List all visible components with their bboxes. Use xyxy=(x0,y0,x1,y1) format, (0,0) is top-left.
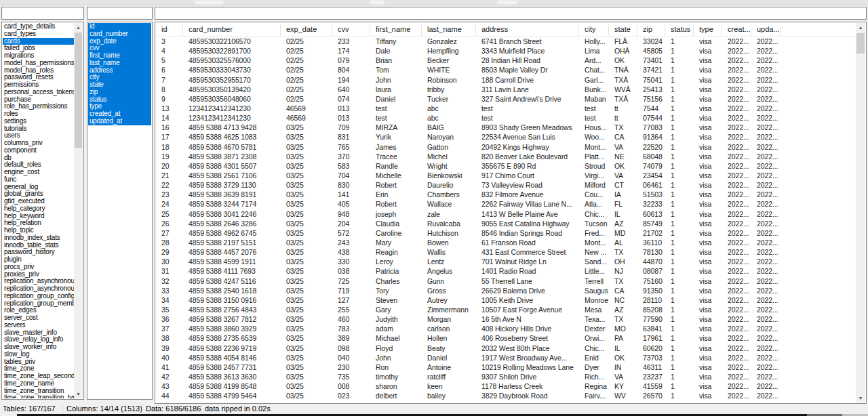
table-list-item[interactable]: time_zone_transition_typ xyxy=(3,394,74,398)
tables-scrollbar[interactable]: ▲ ▼ xyxy=(74,23,83,398)
column-list-item[interactable]: last_name xyxy=(88,60,151,67)
table-row[interactable]: 414859 5388 2457 773103/25230RonAntoine1… xyxy=(156,362,856,372)
table-list-item[interactable]: engine_cost xyxy=(3,169,74,176)
column-list-item[interactable]: state xyxy=(88,81,151,89)
table-row[interactable]: 204859 5388 4301 550703/25583RandleWrigh… xyxy=(156,161,856,171)
column-list-item[interactable]: zip xyxy=(88,89,151,96)
table-row[interactable]: 4485953032289170002/25174DaleHempfling33… xyxy=(156,46,856,56)
table-list-item[interactable]: card_types xyxy=(3,30,74,38)
column-list-item[interactable]: cvv xyxy=(88,45,151,52)
table-list-item[interactable]: slave_relay_log_info xyxy=(3,336,74,344)
table-row[interactable]: 264859 5388 2646 328603/25204ClaudiaRuva… xyxy=(156,219,856,228)
table-list-item[interactable]: password_history xyxy=(3,249,74,256)
table-list-item[interactable]: model_has_permissions xyxy=(3,60,74,67)
table-list-item[interactable]: innodb_index_stats xyxy=(3,234,74,242)
data-grid[interactable]: idcard_numberexp_datecvvfirst_namelast_n… xyxy=(155,22,867,404)
table-list-item[interactable]: servers xyxy=(3,322,74,329)
table-list-item[interactable]: help_keyword xyxy=(3,213,74,220)
column-header-type[interactable]: type xyxy=(694,23,722,37)
column-header-first_name[interactable]: first_name xyxy=(370,23,422,37)
table-row[interactable]: 5485953032557600002/25079BrianBecker28 I… xyxy=(156,56,856,65)
scrollbar-thumb[interactable] xyxy=(75,33,82,148)
table-row[interactable]: 424859 5388 3613 363003/25735timothyratc… xyxy=(156,372,856,381)
table-row[interactable]: 304859 5388 4599 191103/25330LeroyLentz7… xyxy=(156,257,856,266)
table-list-item[interactable]: purchase xyxy=(3,96,74,104)
scroll-down-icon[interactable]: ▼ xyxy=(856,394,865,402)
table-list-item[interactable]: innodb_table_stats xyxy=(3,242,74,249)
columns-list[interactable]: idcard_numberexp_datecvvfirst_namelast_n… xyxy=(87,22,153,400)
table-row[interactable]: 8485953035013942002/25640lauratribby311 … xyxy=(156,85,856,94)
columns-filter-input[interactable] xyxy=(87,7,153,20)
column-list-item[interactable]: city xyxy=(88,74,151,81)
column-header-last_name[interactable]: last_name xyxy=(422,23,476,37)
table-row[interactable]: 324859 5388 4247 511603/25725CharlesGunn… xyxy=(156,276,856,286)
table-list-item[interactable]: slave_master_info xyxy=(3,329,74,337)
column-list-item[interactable]: status xyxy=(88,96,151,104)
table-list-item[interactable]: password_resets xyxy=(3,74,74,81)
column-header-upda[interactable]: upda... xyxy=(751,23,781,37)
tables-list-items[interactable]: card_type_detailscard_typescardsfailed_j… xyxy=(3,23,74,398)
table-list-item[interactable]: plugin xyxy=(3,256,74,264)
column-header-creat[interactable]: creat... xyxy=(722,23,751,37)
column-list-item[interactable]: card_number xyxy=(88,30,151,38)
columns-list-items[interactable]: idcard_numberexp_datecvvfirst_namelast_n… xyxy=(88,23,151,398)
table-list-item[interactable]: slave_worker_info xyxy=(3,344,74,351)
table-row[interactable]: 344859 5388 3150 091603/25127StevenAutre… xyxy=(156,295,856,305)
table-list-item[interactable]: replication_group_membe xyxy=(3,300,74,308)
column-header-status[interactable]: status xyxy=(665,23,694,37)
table-list-item[interactable]: card_type_details xyxy=(3,23,74,30)
table-list-item[interactable]: roles xyxy=(3,110,74,118)
table-list-item[interactable]: server_cost xyxy=(3,314,74,322)
table-list-item[interactable]: users xyxy=(3,132,74,140)
column-header-city[interactable]: city xyxy=(579,23,609,37)
data-filter-input[interactable] xyxy=(155,7,867,20)
table-list-item[interactable]: proxies_priv xyxy=(3,271,74,278)
table-list-item[interactable]: time_zone_leap_second xyxy=(3,373,74,380)
scrollbar-thumb[interactable] xyxy=(856,33,865,54)
table-row[interactable]: 314859 5388 4111 769303/25038PatriciaAng… xyxy=(156,266,856,276)
column-list-item[interactable]: id xyxy=(88,23,151,30)
table-list-item[interactable]: time_zone_name xyxy=(3,380,74,388)
column-list-item[interactable]: first_name xyxy=(88,52,151,60)
table-row[interactable]: 194859 5388 3871 230803/25370TraceeMiche… xyxy=(156,152,856,161)
table-row[interactable]: 374859 5388 3860 392903/25783adamcarlson… xyxy=(156,324,856,333)
table-list-item[interactable]: procs_priv xyxy=(3,264,74,271)
table-row[interactable]: 394859 5388 2236 971903/25098FloydBeaty2… xyxy=(156,344,856,353)
column-header-state[interactable]: state xyxy=(609,23,637,37)
table-row[interactable]: 244859 5388 3244 717403/25405RobertWalla… xyxy=(156,199,856,209)
table-list-item[interactable]: global_grants xyxy=(3,190,74,198)
column-list-item[interactable]: exp_date xyxy=(88,38,151,45)
table-row[interactable]: 164859 5388 4713 942803/25709MIRZABAIG89… xyxy=(156,123,856,132)
column-header-card_number[interactable]: card_number xyxy=(183,23,281,37)
table-list-item[interactable]: tutorials xyxy=(3,125,74,133)
column-list-item[interactable]: updated_at xyxy=(88,118,151,125)
table-list-item[interactable]: time_zone xyxy=(3,365,74,373)
column-header-zip[interactable]: zip xyxy=(637,23,665,37)
scroll-up-icon[interactable]: ▲ xyxy=(74,23,83,32)
table-row[interactable]: 13123412341234123046569013testabctesttes… xyxy=(156,104,856,113)
table-row[interactable]: 184859 5388 4670 578103/25765JamesGatton… xyxy=(156,142,856,152)
table-row[interactable]: 254859 5388 3041 224603/25948josephzale1… xyxy=(156,209,856,219)
column-list-item[interactable]: address xyxy=(88,67,151,75)
table-list-item[interactable]: permissions xyxy=(3,81,74,89)
grid-body[interactable]: 3485953032210657002/25233TiffanyGonzalez… xyxy=(156,37,856,402)
table-row[interactable]: 6485953033304373002/25804TomWHITE8503 Ma… xyxy=(156,65,856,75)
table-list-item[interactable]: gtid_executed xyxy=(3,198,74,205)
table-row[interactable]: 284859 5388 2197 515103/25243MaryBowen61… xyxy=(156,238,856,247)
table-list-item[interactable]: role_edges xyxy=(3,307,74,314)
table-list-item[interactable]: db xyxy=(3,154,74,162)
table-list-item[interactable]: replication_group_configu xyxy=(3,293,74,300)
table-list-item[interactable]: migrations xyxy=(3,52,74,60)
table-list-item[interactable]: help_relation xyxy=(3,220,74,227)
column-list-item[interactable]: created_at xyxy=(88,110,151,118)
table-list-item[interactable]: personal_access_tokens xyxy=(3,89,74,96)
table-list-item[interactable]: failed_jobs xyxy=(3,45,74,52)
table-list-item[interactable]: role_has_permissions xyxy=(3,103,74,110)
tables-list[interactable]: card_type_detailscard_typescardsfailed_j… xyxy=(1,22,84,400)
table-list-item[interactable]: default_roles xyxy=(3,161,74,169)
table-row[interactable]: 9485953035604806002/25074DanielTucker327… xyxy=(156,94,856,104)
table-row[interactable]: 214859 5388 2561 710603/25704MichelleBie… xyxy=(156,171,856,180)
column-list-item[interactable]: type xyxy=(88,103,151,110)
table-row[interactable]: 434859 5388 4199 854803/25008sharonkeen1… xyxy=(156,381,856,391)
table-row[interactable]: 234859 5388 3639 819103/25141ErinChamber… xyxy=(156,190,856,199)
